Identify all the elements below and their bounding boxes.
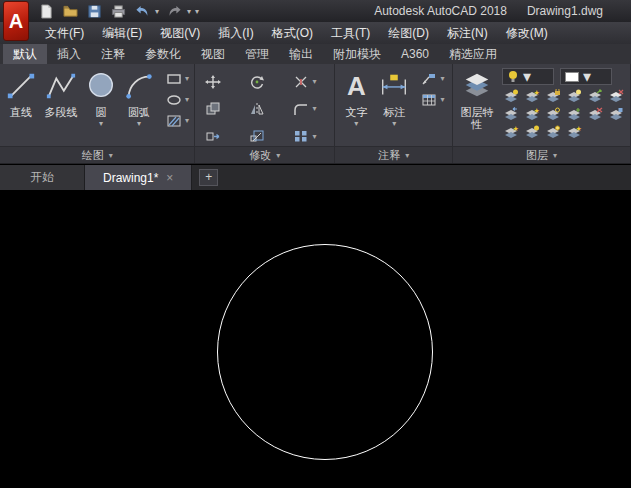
- panel-annotation-label-text: 注释: [378, 148, 400, 163]
- move-button[interactable]: [202, 72, 246, 91]
- ribbon-tab-annotate[interactable]: 注释: [91, 44, 135, 64]
- layer-match-icon[interactable]: [586, 88, 604, 103]
- panel-draw-label[interactable]: 绘图 ▾: [0, 146, 194, 163]
- dropdown-arrow[interactable]: ▾: [185, 74, 189, 83]
- ribbon-tab-insert[interactable]: 插入: [47, 44, 91, 64]
- file-tab-drawing1[interactable]: Drawing1* ×: [85, 165, 192, 190]
- ribbon-tab-addins[interactable]: 附加模块: [323, 44, 391, 64]
- arc-dropdown-arrow[interactable]: ▾: [137, 119, 141, 128]
- dropdown-arrow[interactable]: ▾: [185, 116, 189, 125]
- dimension-dropdown-arrow[interactable]: ▾: [392, 119, 396, 128]
- undo-button[interactable]: [134, 3, 151, 20]
- open-file-button[interactable]: [62, 3, 79, 20]
- menu-insert[interactable]: 插入(I): [209, 22, 262, 44]
- undo-icon: [135, 4, 150, 19]
- copy-button[interactable]: [202, 99, 246, 118]
- ellipse-button[interactable]: ▾: [163, 92, 191, 107]
- dropdown-arrow[interactable]: ▾: [440, 74, 444, 83]
- layer-select-dropdown[interactable]: ▾: [502, 68, 554, 85]
- layer-unisolate-icon[interactable]: [523, 124, 541, 139]
- layer-walk-icon[interactable]: [544, 106, 562, 121]
- text-button[interactable]: A 文字 ▾: [338, 66, 374, 146]
- rectangle-button[interactable]: ▾: [163, 71, 191, 86]
- redo-dropdown-arrow[interactable]: ▾: [187, 7, 191, 16]
- menu-format[interactable]: 格式(O): [263, 22, 322, 44]
- undo-dropdown-arrow[interactable]: ▾: [155, 7, 159, 16]
- scale-button[interactable]: [246, 127, 290, 146]
- polyline-button[interactable]: 多段线: [39, 66, 83, 146]
- redo-button[interactable]: [166, 3, 183, 20]
- drawing-canvas[interactable]: [0, 190, 631, 488]
- layer-delete-icon[interactable]: [586, 106, 604, 121]
- layer-freeze-icon[interactable]: ★: [523, 88, 541, 103]
- ribbon-tab-a360[interactable]: A360: [391, 44, 439, 64]
- file-tab-drawing1-label: Drawing1*: [103, 171, 158, 185]
- ribbon-tab-manage[interactable]: 管理: [235, 44, 279, 64]
- mirror-icon: [248, 101, 266, 116]
- menu-edit[interactable]: 编辑(E): [93, 22, 151, 44]
- customize-qat-dropdown[interactable]: ▾: [195, 7, 199, 16]
- layer-prev-icon[interactable]: [502, 106, 520, 121]
- layer-off-icon[interactable]: [502, 88, 520, 103]
- layer-lock-icon[interactable]: [544, 88, 562, 103]
- layer-vp-freeze-icon[interactable]: ★: [502, 124, 520, 139]
- circle-button[interactable]: 圆 ▾: [83, 66, 119, 146]
- menu-tools[interactable]: 工具(T): [322, 22, 379, 44]
- mirror-button[interactable]: [246, 99, 290, 118]
- layer-color-dropdown[interactable]: ▾: [560, 68, 612, 85]
- svg-text:★: ★: [534, 89, 540, 96]
- layer-merge-icon[interactable]: [565, 106, 583, 121]
- menu-dimension[interactable]: 标注(N): [438, 22, 497, 44]
- hatch-icon: [165, 113, 183, 128]
- dropdown-arrow[interactable]: ▾: [185, 95, 189, 104]
- layer-isolate-icon[interactable]: [565, 88, 583, 103]
- array-button[interactable]: ▾: [290, 127, 334, 146]
- dimension-button[interactable]: 标注 ▾: [374, 66, 414, 146]
- circle-entity[interactable]: [217, 244, 433, 460]
- rotate-button[interactable]: [246, 72, 290, 91]
- trim-button[interactable]: ▾: [290, 72, 334, 91]
- ellipse-icon: [165, 92, 183, 107]
- fillet-button[interactable]: ▾: [290, 99, 334, 118]
- panel-modify-label[interactable]: 修改 ▾: [195, 146, 334, 163]
- save-button[interactable]: [86, 3, 103, 20]
- menu-view[interactable]: 视图(V): [151, 22, 209, 44]
- menu-file[interactable]: 文件(F): [36, 22, 93, 44]
- dropdown-arrow[interactable]: ▾: [312, 132, 316, 141]
- layer-thaw-icon[interactable]: ★: [565, 124, 583, 139]
- table-button[interactable]: ▾: [418, 92, 446, 107]
- multileader-icon: [420, 71, 438, 86]
- plot-button[interactable]: [110, 3, 127, 20]
- circle-dropdown-arrow[interactable]: ▾: [99, 119, 103, 128]
- hatch-button[interactable]: ▾: [163, 113, 191, 128]
- close-tab-icon[interactable]: ×: [166, 171, 173, 185]
- stretch-button[interactable]: [202, 127, 246, 146]
- dropdown-arrow[interactable]: ▾: [312, 104, 316, 113]
- layer-current-icon[interactable]: [607, 88, 625, 103]
- multileader-button[interactable]: ▾: [418, 71, 446, 86]
- file-tab-start[interactable]: 开始: [0, 165, 85, 190]
- svg-text:★: ★: [534, 107, 540, 114]
- menu-modify[interactable]: 修改(M): [497, 22, 557, 44]
- dropdown-arrow[interactable]: ▾: [312, 77, 316, 86]
- panel-layers-label[interactable]: 图层 ▾: [453, 146, 630, 163]
- layer-properties-button[interactable]: 图层特性: [456, 66, 498, 146]
- ribbon-tab-output[interactable]: 输出: [279, 44, 323, 64]
- ribbon-tab-home[interactable]: 默认: [3, 44, 47, 64]
- new-file-button[interactable]: [38, 3, 55, 20]
- line-button[interactable]: 直线: [3, 66, 39, 146]
- ribbon-tab-parametric[interactable]: 参数化: [135, 44, 191, 64]
- layer-on-all-icon[interactable]: [544, 124, 562, 139]
- ribbon-tab-featured-apps[interactable]: 精选应用: [439, 44, 507, 64]
- panel-annotation-label[interactable]: 注释 ▾: [335, 146, 452, 163]
- ribbon-tab-view[interactable]: 视图: [191, 44, 235, 64]
- ribbon: 直线 多段线 圆 ▾ 圆弧 ▾ ▾: [0, 64, 631, 164]
- layer-state-icon[interactable]: ★: [523, 106, 541, 121]
- menu-draw[interactable]: 绘图(D): [379, 22, 438, 44]
- autocad-logo[interactable]: A: [3, 1, 29, 41]
- arc-button[interactable]: 圆弧 ▾: [119, 66, 159, 146]
- new-tab-button[interactable]: +: [199, 169, 218, 186]
- layer-copy-icon[interactable]: [607, 106, 625, 121]
- dropdown-arrow[interactable]: ▾: [440, 95, 444, 104]
- text-dropdown-arrow[interactable]: ▾: [354, 119, 358, 128]
